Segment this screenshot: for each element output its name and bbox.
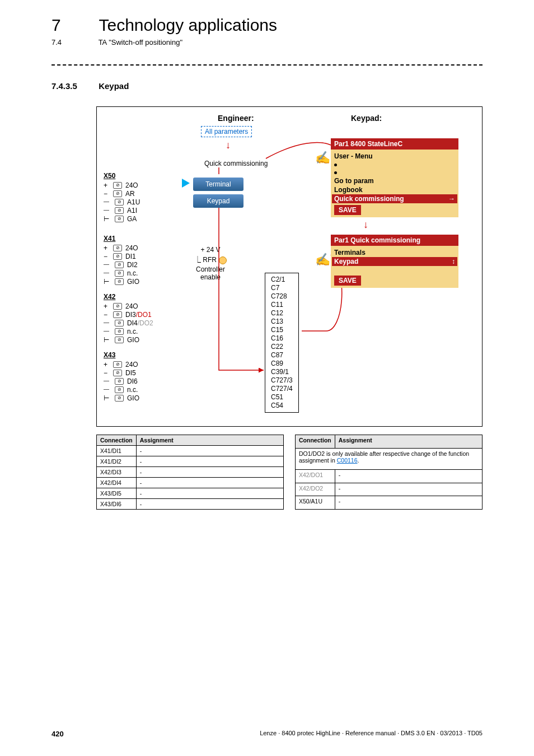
sub-header: 7.4 TA "Switch-off positioning" — [0, 35, 534, 46]
terminal-header: X50 — [104, 172, 140, 180]
rfr-block: + 24 V ⎿ RFR Controller enable — [194, 246, 227, 281]
table-note: DO1/DO2 is only available after respecti… — [296, 448, 483, 470]
rfr-indicator-icon — [219, 256, 227, 264]
arrow-right-icon: → — [448, 195, 455, 203]
terminal-header: X43 — [104, 351, 139, 359]
table-header: Assignment — [335, 435, 482, 449]
menu-item-selected[interactable]: Keypad↕ — [332, 257, 457, 266]
sub-title: TA "Switch-off positioning" — [99, 38, 182, 46]
controller-enable-label: Controller enable — [194, 265, 227, 281]
keypad-menu-2: Par1 Quick commissioning Terminals Keypa… — [331, 235, 458, 288]
terminal-header: X42 — [104, 293, 153, 301]
table-row: X43/DI6- — [97, 499, 284, 510]
keypad-button[interactable]: Keypad — [193, 194, 243, 208]
table-row: X41/DI1- — [97, 446, 284, 456]
save-button[interactable]: SAVE — [334, 276, 361, 286]
keypad-label: Keypad: — [351, 114, 382, 123]
menu-body: Terminals Keypad↕ SAVE — [331, 246, 458, 288]
table-row: X42/DI3- — [97, 467, 284, 478]
menu-body: User - Menu Go to param Logbook Quick co… — [331, 150, 458, 217]
menu-item[interactable]: Go to param — [334, 176, 455, 185]
section-title: Keypad — [99, 81, 129, 91]
sub-number: 7.4 — [51, 38, 96, 46]
page-header: 7 Technology applications — [0, 0, 534, 35]
voltage-label: + 24 V — [194, 246, 227, 254]
engineer-label: Engineer: — [218, 114, 254, 123]
tables-container: Connection Assignment X41/DI1- X41/DI2- … — [96, 435, 483, 510]
table-header: Connection — [97, 435, 137, 446]
menu-item[interactable]: User - Menu — [334, 152, 455, 161]
code-link[interactable]: C00116 — [337, 457, 358, 464]
section-number: 7.4.3.5 — [51, 81, 96, 91]
hand-icon: ✍ — [315, 253, 330, 267]
chapter-number: 7 — [51, 16, 96, 35]
diagram-container: Engineer: Keypad: All parameters ↓ Quick… — [96, 106, 483, 427]
table-row: X41/DI2- — [97, 456, 284, 467]
table-row: X42/DO1- — [296, 470, 483, 483]
footer-text: Lenze · 8400 protec HighLine · Reference… — [260, 730, 483, 738]
menu-header: Par1 Quick commissioning — [331, 235, 458, 246]
table-row: X50/A1U- — [296, 496, 483, 510]
quick-commissioning-label: Quick commissioning — [204, 160, 268, 167]
table-row: X42/DI4- — [97, 478, 284, 488]
table-row: X42/DO2- — [296, 483, 483, 496]
table-header: Connection — [296, 435, 335, 449]
terminal-button[interactable]: Terminal — [193, 178, 243, 191]
table-note-row: DO1/DO2 is only available after respecti… — [296, 448, 483, 470]
connection-table-left: Connection Assignment X41/DI1- X41/DI2- … — [96, 435, 284, 510]
connection-table-right: Connection Assignment DO1/DO2 is only av… — [295, 435, 483, 510]
save-button[interactable]: SAVE — [334, 205, 361, 215]
table-header: Assignment — [136, 435, 283, 446]
arrow-down-icon: ↓ — [226, 139, 231, 151]
section-heading: 7.4.3.5 Keypad — [0, 66, 534, 91]
bullet-icon — [334, 164, 337, 166]
chapter-title: Technology applications — [99, 16, 277, 35]
code-list-box: C2/1 C7 C728 C11 C12 C13 C15 C16 C22 C87… — [265, 273, 299, 413]
all-parameters-link[interactable]: All parameters — [201, 126, 252, 137]
page-number: 420 — [51, 730, 64, 738]
keypad-menu-1: Par1 8400 StateLineC User - Menu Go to p… — [331, 138, 458, 217]
terminal-header: X41 — [104, 235, 139, 242]
menu-header: Par1 8400 StateLineC — [331, 138, 458, 150]
table-row: X43/DI5- — [97, 488, 284, 499]
menu-item[interactable]: Terminals — [334, 248, 455, 257]
terminal-x41: X41 +⊘24O −⊘DI1 ⊘DI2 ⊘n.c. ⊢⊘GIO — [104, 235, 139, 286]
terminal-x43: X43 +⊘24O −⊘DI5 ⊘DI6 ⊘n.c. ⊢⊘GIO — [104, 351, 139, 402]
terminal-x42: X42 +⊘24O −⊘DI3/DO1 ⊘DI4/DO2 ⊘n.c. ⊢⊘GIO — [104, 293, 153, 344]
rfr-label: RFR — [203, 256, 217, 264]
menu-item[interactable]: Logbook — [334, 185, 455, 194]
menu-item-selected[interactable]: Quick commissioning→ — [332, 194, 457, 203]
page-footer: 420 Lenze · 8400 protec HighLine · Refer… — [51, 730, 483, 738]
hand-icon: ✍ — [315, 151, 330, 165]
arrow-down-icon: ↓ — [363, 219, 368, 231]
pointer-icon — [182, 179, 190, 188]
arrow-updown-icon: ↕ — [452, 258, 455, 265]
terminal-x50: X50 +⊘24O −⊘AR ⊘A1U ⊘A1I ⊢⊘GA — [104, 172, 140, 223]
bullet-icon — [334, 171, 337, 174]
